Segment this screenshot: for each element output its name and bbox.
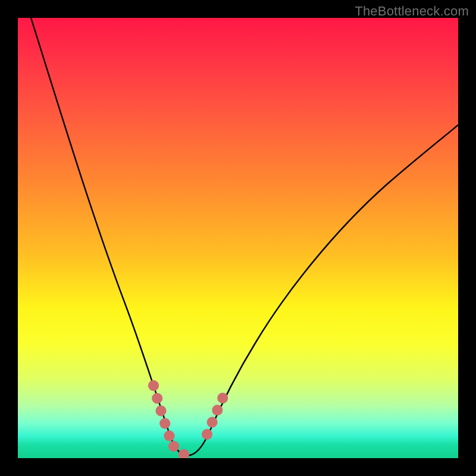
curve-path [31,18,458,456]
highlight-left [154,386,192,455]
chart-frame: TheBottleneck.com [0,0,476,476]
plot-area [18,18,458,458]
bottleneck-curve [18,18,458,458]
watermark-text: TheBottleneck.com [355,4,469,19]
highlight-right [207,388,227,434]
